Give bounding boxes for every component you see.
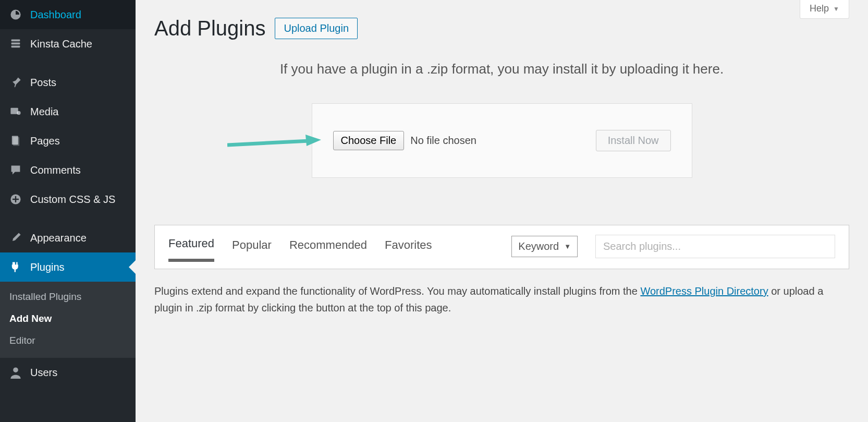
filter-tab-popular[interactable]: Popular <box>232 238 272 260</box>
svg-rect-2 <box>11 46 20 48</box>
sidebar-item-label: Users <box>30 367 127 379</box>
plus-circle-icon <box>8 192 23 207</box>
install-now-button[interactable]: Install Now <box>596 130 671 151</box>
sidebar-item-comments[interactable]: Comments <box>0 155 136 185</box>
submenu-item-installed-plugins[interactable]: Installed Plugins <box>0 286 136 308</box>
sidebar-item-label: Plugins <box>30 261 127 273</box>
comment-icon <box>8 163 23 177</box>
svg-rect-6 <box>13 137 19 146</box>
pin-icon <box>8 75 23 90</box>
upload-box: Choose File No file chosen Install Now <box>312 103 692 178</box>
pages-icon <box>8 134 23 148</box>
submenu-item-editor[interactable]: Editor <box>0 330 136 352</box>
plugins-submenu: Installed Plugins Add New Editor <box>0 282 136 358</box>
main-content: Help ▼ Add Plugins Upload Plugin If you … <box>136 0 868 422</box>
user-icon <box>8 365 23 380</box>
sidebar-item-label: Media <box>30 106 127 118</box>
plugin-directory-link[interactable]: WordPress Plugin Directory <box>640 285 768 297</box>
chevron-down-icon: ▼ <box>833 5 839 13</box>
search-type-label: Keyword <box>518 240 559 252</box>
page-title: Add Plugins <box>154 17 265 40</box>
svg-point-10 <box>13 367 18 372</box>
file-input-group: Choose File No file chosen <box>333 131 476 150</box>
svg-rect-0 <box>11 40 20 42</box>
upload-instructions: If you have a plugin in a .zip format, y… <box>154 61 849 77</box>
choose-file-button[interactable]: Choose File <box>333 131 405 150</box>
filter-tab-featured[interactable]: Featured <box>168 237 214 262</box>
annotation-arrow <box>227 134 321 154</box>
sidebar-separator <box>0 58 136 68</box>
sidebar-item-label: Comments <box>30 164 127 176</box>
help-tab-label: Help <box>810 3 829 14</box>
media-icon <box>8 104 23 119</box>
sidebar-item-media[interactable]: Media <box>0 97 136 126</box>
admin-sidebar: Dashboard Kinsta Cache Posts Media Pages… <box>0 0 136 422</box>
svg-rect-9 <box>13 199 19 200</box>
sidebar-item-label: Appearance <box>30 232 127 244</box>
help-tab[interactable]: Help ▼ <box>800 0 849 19</box>
svg-rect-1 <box>11 43 20 45</box>
sidebar-item-custom-css-js[interactable]: Custom CSS & JS <box>0 185 136 214</box>
filter-tab-recommended[interactable]: Recommended <box>289 238 367 260</box>
filter-tab-favorites[interactable]: Favorites <box>385 238 432 260</box>
search-type-select[interactable]: Keyword ▼ <box>511 236 578 257</box>
sidebar-item-pages[interactable]: Pages <box>0 126 136 155</box>
chevron-down-icon: ▼ <box>564 243 571 250</box>
sidebar-item-label: Custom CSS & JS <box>30 194 127 206</box>
search-plugins-input[interactable] <box>595 235 835 258</box>
upload-plugin-button[interactable]: Upload Plugin <box>275 18 358 39</box>
database-icon <box>8 37 23 51</box>
sidebar-item-label: Dashboard <box>30 9 127 21</box>
sidebar-item-label: Pages <box>30 135 127 147</box>
sidebar-item-kinsta-cache[interactable]: Kinsta Cache <box>0 29 136 58</box>
description-pre: Plugins extend and expand the functional… <box>154 285 640 297</box>
submenu-item-add-new[interactable]: Add New <box>0 308 136 330</box>
sidebar-item-label: Kinsta Cache <box>30 38 127 50</box>
sidebar-item-dashboard[interactable]: Dashboard <box>0 0 136 29</box>
dashboard-icon <box>8 7 23 22</box>
filter-bar: Featured Popular Recommended Favorites K… <box>154 225 849 269</box>
svg-point-4 <box>17 111 20 115</box>
plugins-description: Plugins extend and expand the functional… <box>154 283 849 316</box>
sidebar-separator <box>0 214 136 223</box>
upload-box-wrap: Choose File No file chosen Install Now <box>154 103 849 178</box>
sidebar-item-appearance[interactable]: Appearance <box>0 223 136 252</box>
svg-line-11 <box>227 141 310 145</box>
sidebar-item-posts[interactable]: Posts <box>0 68 136 97</box>
brush-icon <box>8 231 23 245</box>
plug-icon <box>8 260 23 274</box>
sidebar-item-users[interactable]: Users <box>0 358 136 387</box>
page-title-row: Add Plugins Upload Plugin <box>154 17 849 40</box>
sidebar-item-plugins[interactable]: Plugins <box>0 252 136 282</box>
file-status-text: No file chosen <box>410 135 476 147</box>
sidebar-item-label: Posts <box>30 77 127 89</box>
